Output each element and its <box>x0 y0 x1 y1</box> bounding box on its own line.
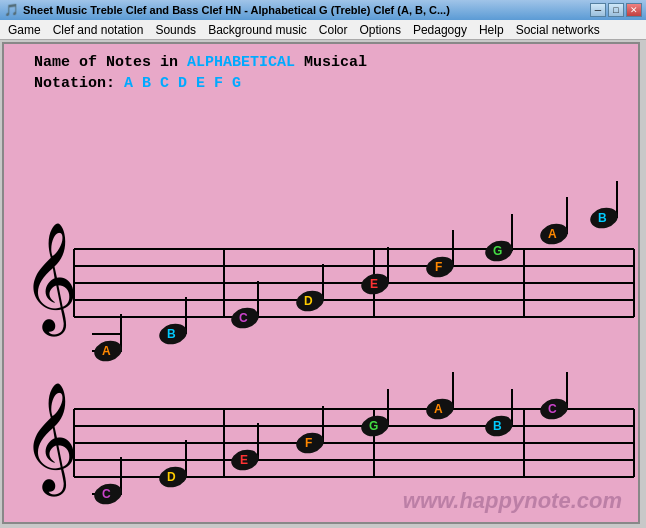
menu-help[interactable]: Help <box>473 21 510 39</box>
window-controls: ─ □ ✕ <box>590 3 642 17</box>
svg-text:F: F <box>435 260 442 274</box>
svg-text:A: A <box>102 344 111 358</box>
svg-text:E: E <box>370 277 378 291</box>
menu-pedagogy[interactable]: Pedagogy <box>407 21 473 39</box>
svg-text:𝄞: 𝄞 <box>22 383 78 497</box>
svg-text:C: C <box>548 402 557 416</box>
menu-game[interactable]: Game <box>2 21 47 39</box>
menu-color[interactable]: Color <box>313 21 354 39</box>
maximize-button[interactable]: □ <box>608 3 624 17</box>
window-title: Sheet Music Treble Clef and Bass Clef HN… <box>23 4 590 16</box>
minimize-button[interactable]: ─ <box>590 3 606 17</box>
svg-text:C: C <box>239 311 248 325</box>
menu-background-music[interactable]: Background music <box>202 21 313 39</box>
svg-text:B: B <box>493 419 502 433</box>
music-staff-svg: 𝄞 A B C D <box>4 94 640 524</box>
close-button[interactable]: ✕ <box>626 3 642 17</box>
titlebar: 🎵 Sheet Music Treble Clef and Bass Clef … <box>0 0 646 20</box>
menu-sounds[interactable]: Sounds <box>149 21 202 39</box>
title-notes: A B C D E F G <box>124 75 241 92</box>
main-content: Name of Notes in ALPHABETICAL Musical No… <box>2 42 640 524</box>
svg-text:G: G <box>369 419 378 433</box>
menu-options[interactable]: Options <box>354 21 407 39</box>
svg-text:E: E <box>240 453 248 467</box>
svg-text:A: A <box>434 402 443 416</box>
menubar: Game Clef and notation Sounds Background… <box>0 20 646 40</box>
svg-text:D: D <box>167 470 176 484</box>
title-alphabetical: ALPHABETICAL <box>187 54 295 71</box>
svg-text:C: C <box>102 487 111 501</box>
svg-text:A: A <box>548 227 557 241</box>
notation-title: Name of Notes in ALPHABETICAL Musical No… <box>34 52 367 94</box>
app-icon: 🎵 <box>4 3 19 17</box>
svg-text:G: G <box>493 244 502 258</box>
svg-text:B: B <box>167 327 176 341</box>
menu-clef-notation[interactable]: Clef and notation <box>47 21 150 39</box>
svg-text:B: B <box>598 211 607 225</box>
svg-text:𝄞: 𝄞 <box>22 223 78 337</box>
watermark: www.happynote.com <box>403 488 622 514</box>
svg-text:F: F <box>305 436 312 450</box>
svg-text:D: D <box>304 294 313 308</box>
menu-social[interactable]: Social networks <box>510 21 606 39</box>
